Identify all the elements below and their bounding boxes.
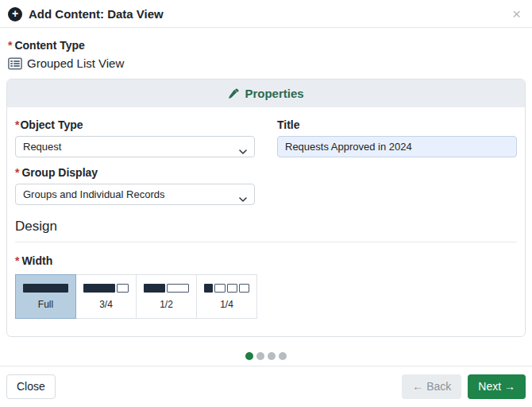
title-field: Title bbox=[277, 118, 517, 157]
content-type-value: Grouped List View bbox=[8, 56, 524, 70]
grouped-list-icon bbox=[8, 57, 22, 70]
width-bar-graphic bbox=[23, 284, 68, 293]
required-mark: * bbox=[15, 166, 19, 179]
object-type-label: *Object Type bbox=[15, 118, 255, 131]
design-heading: Design bbox=[15, 219, 517, 242]
content-type-label: *Content Type bbox=[8, 39, 524, 52]
pagination-dot[interactable] bbox=[268, 352, 276, 360]
width-option-label: Full bbox=[38, 299, 53, 310]
required-mark: * bbox=[8, 39, 12, 52]
content-type-label-text: Content Type bbox=[14, 39, 84, 52]
width-option-label: 3/4 bbox=[99, 299, 113, 310]
next-button[interactable]: Next → bbox=[468, 374, 526, 399]
pagination-dot[interactable] bbox=[279, 352, 287, 360]
properties-panel: Properties *Object Type Request bbox=[6, 79, 526, 337]
width-option-full[interactable]: Full bbox=[15, 274, 76, 319]
back-button[interactable]: ← Back bbox=[402, 374, 461, 399]
properties-panel-header: Properties bbox=[7, 79, 525, 107]
pagination-dot[interactable] bbox=[256, 352, 264, 360]
width-option-1-4[interactable]: 1/4 bbox=[196, 274, 257, 319]
title-label: Title bbox=[277, 118, 517, 131]
required-mark: * bbox=[15, 118, 19, 131]
arrow-left-icon: ← bbox=[412, 380, 423, 393]
plus-circle-icon: + bbox=[8, 7, 22, 21]
width-option-group: Full3/41/21/4 bbox=[15, 274, 257, 319]
width-option-label: 1/4 bbox=[220, 299, 233, 310]
group-display-select[interactable]: Groups and Individual Records bbox=[15, 184, 255, 205]
width-option-1-2[interactable]: 1/2 bbox=[136, 274, 197, 319]
close-button[interactable]: Close bbox=[6, 374, 56, 399]
pagination-dots bbox=[0, 349, 532, 363]
width-option-3-4[interactable]: 3/4 bbox=[75, 274, 137, 319]
close-icon[interactable]: × bbox=[512, 6, 521, 21]
properties-title: Properties bbox=[245, 87, 303, 100]
modal-footer: Close ← Back Next → bbox=[0, 366, 532, 407]
required-mark: * bbox=[15, 254, 19, 267]
arrow-right-icon: → bbox=[504, 380, 515, 393]
group-display-label: *Group Display bbox=[15, 166, 255, 179]
width-option-label: 1/2 bbox=[160, 299, 173, 310]
pencil-icon bbox=[228, 88, 239, 99]
width-label: *Width bbox=[15, 254, 517, 267]
width-bar-graphic bbox=[83, 284, 129, 293]
content-type-value-text: Grouped List View bbox=[27, 56, 124, 70]
add-content-modal: + Add Content: Data View × *Content Type… bbox=[0, 0, 532, 407]
properties-panel-body: *Object Type Request Title * bbox=[7, 107, 525, 319]
group-display-field: *Group Display Groups and Individual Rec… bbox=[15, 166, 255, 205]
pagination-dot[interactable] bbox=[245, 352, 253, 360]
width-bar-graphic bbox=[204, 284, 249, 293]
modal-header: + Add Content: Data View × bbox=[0, 0, 532, 28]
title-input[interactable] bbox=[277, 136, 517, 157]
object-type-select[interactable]: Request bbox=[15, 136, 255, 157]
content-type-section: *Content Type Grouped List View bbox=[0, 28, 532, 70]
modal-title: Add Content: Data View bbox=[29, 7, 164, 21]
object-type-field: *Object Type Request bbox=[15, 118, 255, 157]
width-bar-graphic bbox=[144, 284, 189, 293]
